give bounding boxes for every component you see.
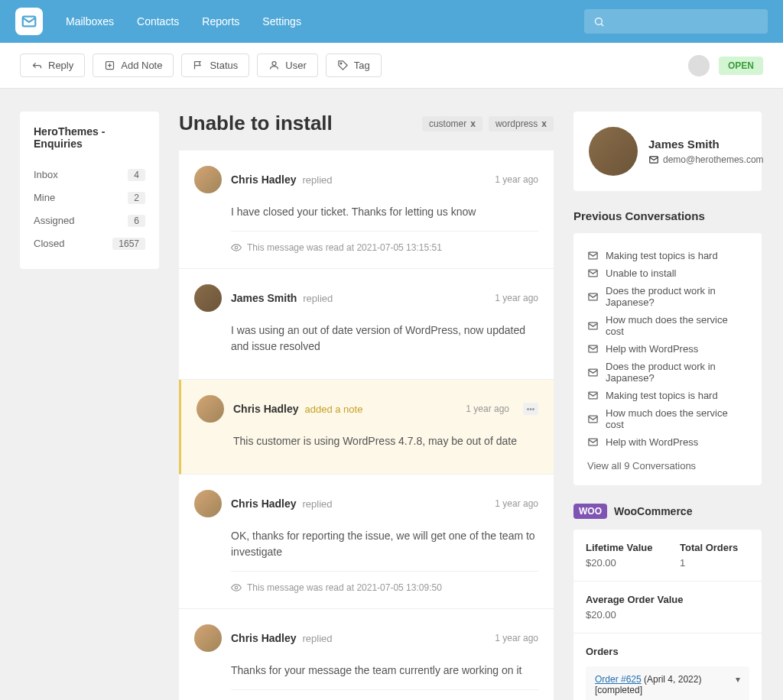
add-note-label: Add Note	[121, 60, 162, 71]
message-body: I was using an out of date version of Wo…	[231, 322, 538, 355]
tag-remove[interactable]: x	[470, 118, 476, 129]
woo-avg-value: $20.00	[586, 609, 749, 621]
mail-icon	[587, 413, 599, 425]
message-avatar	[194, 490, 222, 517]
eye-icon	[231, 242, 242, 253]
customer-card: James Smith demo@herothemes.com	[573, 112, 762, 191]
ticket-status-badge: OPEN	[719, 57, 763, 75]
message-read: This message was read at 2021-07-05 13:0…	[231, 689, 538, 700]
message-time: 1 year ago	[495, 633, 538, 643]
sidebar-item-mine[interactable]: Mine 2	[34, 186, 145, 209]
message: Chris Hadley added a note 1 year ago •••…	[179, 380, 554, 475]
current-user-avatar[interactable]	[688, 55, 710, 76]
ticket-title: Unable to install	[179, 112, 333, 135]
add-note-button[interactable]: Add Note	[93, 53, 174, 77]
mail-icon	[587, 343, 599, 355]
logo[interactable]	[15, 8, 43, 35]
nav-contacts[interactable]: Contacts	[137, 15, 179, 28]
woo-header: WOO WooCommerce	[573, 504, 762, 519]
woo-orders: Orders Order #625 (April 4, 2022) [compl…	[573, 634, 762, 700]
message-time: 1 year ago	[495, 498, 538, 509]
customer-email: demo@herothemes.com	[648, 154, 764, 165]
sidebar-item-inbox[interactable]: Inbox 4	[34, 164, 145, 186]
reply-button[interactable]: Reply	[20, 53, 85, 77]
mail-icon	[587, 320, 599, 332]
message-body: I have closed your ticket. Thanks for le…	[231, 204, 538, 220]
message-action: replied	[302, 633, 332, 644]
message: Chris Hadley replied 1 year ago OK, than…	[179, 475, 554, 609]
prev-conv-heading: Previous Conversations	[573, 209, 762, 222]
tag-button[interactable]: Tag	[326, 53, 382, 77]
sidebar-count: 6	[128, 215, 145, 227]
conv-title: Making test topics is hard	[606, 250, 718, 261]
nav-settings[interactable]: Settings	[262, 15, 301, 28]
mail-icon	[587, 267, 599, 279]
sidebar-label: Inbox	[34, 169, 58, 181]
message-avatar	[197, 395, 224, 423]
message-time: 1 year ago	[495, 293, 538, 303]
message-author: James Smith	[231, 292, 297, 304]
reply-icon	[31, 60, 43, 71]
mail-icon	[648, 154, 659, 165]
tag-icon	[337, 60, 349, 71]
tag-wordpress: wordpress x	[489, 116, 554, 131]
status-label: Status	[210, 60, 238, 71]
order-link[interactable]: Order #625	[595, 674, 642, 685]
mail-icon	[587, 390, 599, 401]
search-box[interactable]	[584, 9, 768, 34]
user-button[interactable]: User	[257, 53, 317, 77]
conversation-item[interactable]: Unable to install	[587, 264, 748, 282]
conversation-item[interactable]: How much does the service cost	[587, 311, 748, 340]
sidebar-label: Mine	[34, 192, 55, 204]
svg-point-7	[340, 63, 342, 64]
order-item[interactable]: Order #625 (April 4, 2022) [completed] ▾	[586, 666, 749, 700]
mail-icon	[587, 291, 599, 303]
svg-point-9	[235, 586, 238, 589]
mail-icon	[587, 436, 599, 448]
nav-links: Mailboxes Contacts Reports Settings	[66, 15, 561, 28]
conversation-item[interactable]: Making test topics is hard	[587, 387, 748, 404]
eye-icon	[231, 582, 242, 593]
sidebar-item-closed[interactable]: Closed 1657	[34, 232, 145, 255]
conversation-item[interactable]: Does the product work in Japanese?	[587, 358, 748, 387]
message-header: James Smith replied 1 year ago	[194, 284, 538, 312]
woo-avg-label: Average Order Value	[586, 594, 749, 605]
conversation-item[interactable]: Help with WordPress	[587, 433, 748, 451]
sidebar-item-assigned[interactable]: Assigned 6	[34, 209, 145, 232]
status-button[interactable]: Status	[181, 53, 249, 77]
more-button[interactable]: •••	[523, 403, 538, 415]
conversation-item[interactable]: Does the product work in Japanese?	[587, 282, 748, 311]
woo-total-orders: Total Orders 1	[668, 530, 762, 581]
conversation-item[interactable]: How much does the service cost	[587, 404, 748, 433]
conv-title: How much does the service cost	[606, 314, 748, 337]
message-author: Chris Hadley	[233, 403, 299, 415]
nav-reports[interactable]: Reports	[202, 15, 239, 28]
tag-remove[interactable]: x	[541, 118, 547, 129]
tag-label: Tag	[354, 60, 370, 71]
toolbar: Reply Add Note Status User Tag OPEN	[0, 43, 783, 89]
message-action: added a note	[304, 403, 362, 415]
woo-card: Lifetime Value $20.00 Total Orders 1 Ave…	[573, 530, 762, 700]
woo-lifetime: Lifetime Value $20.00	[573, 530, 668, 581]
order-date: (April 4, 2022)	[642, 674, 702, 685]
view-all-conversations[interactable]: View all 9 Conversations	[587, 460, 748, 472]
nav-mailboxes[interactable]: Mailboxes	[66, 15, 114, 28]
message-header: Chris Hadley replied 1 year ago	[194, 490, 538, 517]
conversation-item[interactable]: Making test topics is hard	[587, 247, 748, 264]
right-panel: James Smith demo@herothemes.com Previous…	[573, 112, 762, 700]
svg-point-8	[235, 246, 238, 249]
read-text: This message was read at 2021-07-05 13:0…	[247, 582, 442, 593]
customer-avatar	[589, 127, 638, 176]
content: Unable to install customer x wordpress x…	[179, 112, 554, 700]
woo-lifetime-value: $20.00	[586, 557, 655, 569]
message-meta: Chris Hadley replied	[231, 632, 486, 644]
conv-list: Making test topics is hardUnable to inst…	[587, 247, 748, 451]
conv-title: Help with WordPress	[606, 343, 698, 355]
woo-stats-row: Lifetime Value $20.00 Total Orders 1	[573, 530, 762, 582]
sidebar-count: 4	[128, 169, 145, 181]
read-text: This message was read at 2021-07-05 13:1…	[247, 242, 442, 253]
conversation-item[interactable]: Help with WordPress	[587, 340, 748, 358]
woo-orders-label: Orders	[586, 646, 749, 657]
message-action: replied	[303, 293, 333, 304]
message-read: This message was read at 2021-07-05 13:1…	[231, 231, 538, 253]
